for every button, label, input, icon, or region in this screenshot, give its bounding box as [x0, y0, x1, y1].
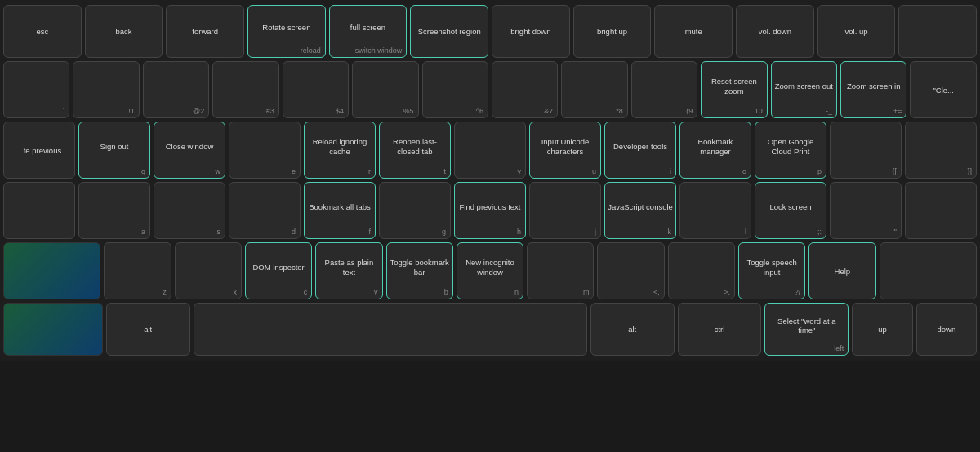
- key-caps[interactable]: [3, 182, 75, 239]
- key-x[interactable]: x: [175, 242, 242, 299]
- qwerty-row: ...te previous Sign out q Close window w…: [3, 122, 977, 179]
- key-sign-out[interactable]: Sign out q: [78, 122, 150, 179]
- key-help[interactable]: Help: [808, 242, 875, 299]
- key-alt-right[interactable]: alt: [590, 303, 675, 356]
- key-mute[interactable]: mute: [654, 5, 733, 58]
- key-6[interactable]: ^6: [422, 61, 488, 118]
- key-quote[interactable]: "': [830, 182, 902, 239]
- key-bookmark-manager[interactable]: Bookmark manager o: [679, 122, 751, 179]
- key-ctrl-special[interactable]: [3, 303, 103, 356]
- key-navigate-prev[interactable]: ...te previous: [3, 122, 75, 179]
- key-period[interactable]: >.: [668, 242, 735, 299]
- key-select-word[interactable]: Select "word at a time" left: [764, 303, 849, 356]
- key-7[interactable]: &7: [492, 61, 558, 118]
- key-5[interactable]: %5: [352, 61, 418, 118]
- key-ctrl-right[interactable]: ctrl: [678, 303, 762, 356]
- key-space[interactable]: [194, 303, 587, 356]
- key-m[interactable]: m: [527, 242, 594, 299]
- key-unicode[interactable]: Input Unicode characters u: [529, 122, 601, 179]
- key-esc[interactable]: esc: [3, 5, 82, 58]
- key-enter[interactable]: [905, 182, 977, 239]
- key-d[interactable]: d: [229, 182, 301, 239]
- key-screenshot-region[interactable]: Screenshot region: [410, 5, 488, 58]
- key-2[interactable]: @2: [143, 61, 209, 118]
- key-1[interactable]: !1: [73, 61, 139, 118]
- key-bracket-open[interactable]: {[: [830, 122, 902, 179]
- key-forward[interactable]: forward: [166, 5, 244, 58]
- key-alt-left[interactable]: alt: [106, 303, 190, 356]
- key-arrow-down[interactable]: down: [916, 303, 977, 356]
- key-tilde[interactable]: `: [3, 61, 69, 118]
- key-lock-screen[interactable]: Lock screen ;:: [755, 182, 826, 239]
- key-g[interactable]: g: [379, 182, 451, 239]
- key-z[interactable]: z: [104, 242, 171, 299]
- fn-row: esc back forward Rotate screen reload fu…: [3, 5, 977, 58]
- key-incognito[interactable]: New incognito window n: [457, 242, 523, 299]
- key-reopen-tab[interactable]: Reopen last-closed tab t: [379, 122, 451, 179]
- key-y[interactable]: y: [454, 122, 526, 179]
- key-paste-plain[interactable]: Paste as plain text v: [315, 242, 382, 299]
- key-reset-zoom[interactable]: Reset screen zoom 10: [701, 61, 767, 118]
- key-a[interactable]: a: [78, 182, 150, 239]
- key-extra-fn[interactable]: [898, 5, 977, 58]
- key-rotate-screen[interactable]: Rotate screen reload: [247, 5, 326, 58]
- key-3[interactable]: #3: [212, 61, 278, 118]
- key-zoom-out[interactable]: Zoom screen out -_: [771, 61, 837, 118]
- key-cloud-print[interactable]: Open Google Cloud Print p: [755, 122, 826, 179]
- key-bracket-close[interactable]: }]: [905, 122, 977, 179]
- key-4[interactable]: $4: [283, 61, 349, 118]
- key-find-prev[interactable]: Find previous text h: [454, 182, 526, 239]
- key-comma[interactable]: <,: [597, 242, 664, 299]
- key-shift-left[interactable]: [3, 242, 100, 299]
- key-zoom-in[interactable]: Zoom screen in +=: [840, 61, 906, 118]
- key-s[interactable]: s: [154, 182, 225, 239]
- key-backspace[interactable]: "Cle...: [910, 61, 976, 118]
- key-js-console[interactable]: JavaScript console k: [604, 182, 676, 239]
- key-bookmark-all[interactable]: Bookmark all tabs f: [304, 182, 376, 239]
- key-j[interactable]: j: [529, 182, 601, 239]
- key-bright-down[interactable]: bright down: [492, 5, 570, 58]
- key-dom-inspector[interactable]: DOM inspector c: [245, 242, 312, 299]
- number-row: ` !1 @2 #3 $4 %5 ^6 &7: [3, 61, 977, 118]
- key-dev-tools[interactable]: Developer tools i: [604, 122, 676, 179]
- key-9[interactable]: (9: [631, 61, 697, 118]
- key-l[interactable]: l: [679, 182, 751, 239]
- key-e[interactable]: e: [229, 122, 301, 179]
- key-toggle-bookmark[interactable]: Toggle bookmark bar b: [386, 242, 453, 299]
- key-shift-right[interactable]: [880, 242, 977, 299]
- key-arrow-up[interactable]: up: [852, 303, 912, 356]
- key-back[interactable]: back: [85, 5, 163, 58]
- asdf-row: a s d Bookmark all tabs f g Find previou…: [3, 182, 977, 239]
- keyboard: esc back forward Rotate screen reload fu…: [0, 0, 980, 361]
- bottom-row: alt alt ctrl Select "word at a time" lef…: [3, 303, 977, 356]
- zxcv-row: z x DOM inspector c Paste as plain text …: [3, 242, 977, 299]
- key-vol-down[interactable]: vol. down: [736, 5, 814, 58]
- key-reload-cache[interactable]: Reload ignoring cache r: [304, 122, 376, 179]
- key-bright-up[interactable]: bright up: [573, 5, 652, 58]
- key-close-window[interactable]: Close window w: [154, 122, 225, 179]
- key-8[interactable]: *8: [561, 61, 627, 118]
- key-vol-up[interactable]: vol. up: [817, 5, 896, 58]
- key-toggle-speech[interactable]: Toggle speech input ?/: [738, 242, 805, 299]
- key-full-screen[interactable]: full screen switch window: [329, 5, 408, 58]
